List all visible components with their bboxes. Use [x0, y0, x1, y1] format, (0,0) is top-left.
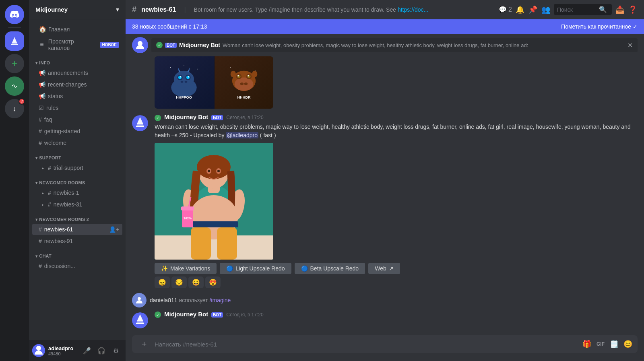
channel-newbies-61[interactable]: # newbies-61 👤+ [32, 224, 122, 235]
svg-point-46 [208, 170, 210, 172]
reaction-smile[interactable]: 😀 [188, 276, 204, 288]
svg-marker-16 [178, 68, 181, 73]
thread-count: 💬 2 [499, 6, 512, 13]
server-icon-download[interactable]: ↓ 2 [5, 99, 24, 118]
server-icon-add[interactable]: + [5, 54, 24, 73]
channel-status[interactable]: 📢 status [32, 91, 122, 102]
svg-point-10 [178, 76, 182, 79]
channel-header: # newbies-61 | Bot room for new users. T… [126, 0, 644, 19]
channel-announcements[interactable]: 📢 announcements [32, 67, 122, 78]
server-divider [8, 27, 21, 28]
channel-trial-support[interactable]: ▸ # trial-support [32, 162, 122, 173]
emoji-button[interactable]: 😊 [621, 338, 634, 351]
web-label: Web [375, 265, 386, 272]
message-input[interactable] [155, 336, 579, 353]
settings-button[interactable]: ⚙ [109, 344, 122, 357]
reaction-neutral[interactable]: 😒 [171, 276, 187, 288]
svg-point-22 [234, 78, 253, 91]
make-variations-button[interactable]: ✨ Make Variations [155, 263, 217, 274]
channel-discussion[interactable]: # discussion... [32, 260, 122, 272]
server-icon-discord[interactable] [5, 5, 24, 24]
external-link-icon: ↗ [389, 265, 394, 272]
svg-point-32 [244, 83, 248, 85]
section-arrow-4: ▾ [35, 217, 37, 222]
beta-upscale-redo-button[interactable]: 🔵 Beta Upscale Redo [295, 263, 365, 274]
reaction-angry[interactable]: 😖 [155, 276, 170, 288]
members-btn[interactable]: 👥 [541, 5, 551, 14]
notification-settings-btn[interactable]: 🔔 [515, 5, 525, 14]
svg-rect-53 [181, 206, 194, 210]
help-btn[interactable]: ❓ [628, 5, 638, 14]
channel-label: newbies-61 [44, 226, 73, 233]
bottom-message-row: ✓ Midjourney Bot БОТ Сегодня, в 17:20 [126, 309, 644, 332]
imagine-command: /imagine [209, 297, 231, 303]
channel-newbies-91[interactable]: # newbies-91 [32, 235, 122, 247]
mention-user[interactable]: @adleadpro [226, 132, 258, 138]
channel-rules[interactable]: ☑ rules [32, 102, 122, 113]
section-chat[interactable]: ▾ CHAT [29, 247, 126, 260]
channel-welcome[interactable]: # welcome [32, 137, 122, 149]
section-support[interactable]: ▾ SUPPORT [29, 149, 126, 162]
nav-item-browse[interactable]: ≡ Просмотр каналов НОВОЕ [32, 36, 122, 54]
nav-item-home[interactable]: 🏠 Главная [32, 23, 122, 35]
svg-point-31 [240, 83, 244, 85]
inbox-btn[interactable]: 📥 [615, 5, 625, 14]
doc-link[interactable]: https://doc... [398, 6, 428, 13]
reaction-heart-eyes[interactable]: 😍 [205, 276, 221, 288]
mute-button[interactable]: 🎤 [80, 344, 93, 357]
server-icon-green[interactable] [5, 76, 24, 96]
daniela-name: daniela811 [150, 297, 178, 303]
hash-icon: # [39, 116, 42, 123]
sidebar-content: 🏠 Главная ≡ Просмотр каналов НОВОЕ ▾ INF… [29, 19, 126, 340]
channel-label: faq [44, 116, 52, 123]
bot-avatar-2 [132, 312, 148, 328]
hash-icon-9: # [39, 263, 42, 269]
bot-verified: ✓ [155, 115, 161, 121]
search-bar[interactable]: 🔍 [554, 4, 612, 15]
header-separator: | [184, 6, 186, 13]
add-content-button[interactable]: + [135, 335, 153, 353]
server-icon-midjourney[interactable] [5, 31, 24, 51]
channel-label: recent-changes [48, 81, 87, 88]
svg-point-12 [180, 76, 181, 77]
pin-btn[interactable]: 📌 [528, 5, 538, 14]
web-button[interactable]: Web ↗ [368, 263, 400, 274]
section-label-info: INFO [39, 60, 50, 65]
channel-faq[interactable]: # faq [32, 114, 122, 125]
svg-point-25 [237, 75, 240, 78]
gif-button[interactable]: GIF [594, 338, 607, 351]
svg-point-13 [188, 76, 189, 77]
sticker-button[interactable]: 🗒️ [608, 338, 621, 351]
section-newcomer-rooms-2[interactable]: ▾ NEWCOMER ROOMS 2 [29, 210, 126, 223]
channel-label: getting-started [44, 128, 80, 134]
bot-avatar [132, 115, 148, 131]
mark-read-label: Пометить как прочитанное [561, 23, 631, 30]
reactions: 😖 😒 😀 😍 [155, 276, 638, 288]
collapse-arrow-2: ▸ [42, 191, 44, 195]
channel-label: rules [46, 105, 58, 111]
input-right-buttons: 🎁 GIF 🗒️ 😊 [580, 338, 634, 351]
mark-read-button[interactable]: Пометить как прочитанное ✓ [561, 23, 638, 30]
nav-label-home: Главная [48, 26, 70, 33]
light-upscale-redo-button[interactable]: 🔵 Light Upscale Redo [220, 263, 291, 274]
sidebar-header[interactable]: Midjourney ▾ [29, 0, 126, 19]
search-input[interactable] [557, 6, 597, 13]
deafen-button[interactable]: 🎧 [95, 344, 108, 357]
message-author: Midjourney Bot [164, 113, 208, 120]
bot-badge: БОТ [211, 115, 223, 120]
gift-button[interactable]: 🎁 [580, 338, 593, 351]
svg-marker-17 [188, 68, 190, 73]
new-badge: НОВОЕ [100, 42, 119, 48]
megaphone-icon-3: 📢 [39, 93, 45, 99]
hash-icon-6: # [48, 201, 51, 208]
channel-newbies-1[interactable]: ▸ # newbies-1 [32, 187, 122, 198]
svg-point-4 [197, 69, 198, 70]
section-info[interactable]: ▾ INFO [29, 54, 126, 67]
channel-recent-changes[interactable]: 📢 recent-changes [32, 79, 122, 90]
channel-newbies-31[interactable]: ▸ # newbies-31 [32, 199, 122, 210]
close-top-notification[interactable]: ✕ [627, 41, 633, 49]
verified-check: ✓ [155, 115, 161, 121]
angry-emoji: 😖 [158, 279, 166, 286]
section-newcomer-rooms[interactable]: ▾ NEWCOMER ROOMS [29, 174, 126, 187]
channel-getting-started[interactable]: # getting-started [32, 126, 122, 137]
